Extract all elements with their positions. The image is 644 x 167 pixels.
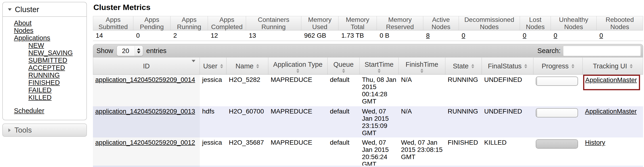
sidebar-link-state-finished[interactable]: FINISHED bbox=[28, 79, 60, 86]
progress-bar-fill bbox=[536, 77, 537, 85]
progress-bar-fill bbox=[536, 140, 578, 148]
application-id-link[interactable]: application_1420450259209_0012 bbox=[95, 139, 195, 146]
sidebar-link-state-killed[interactable]: KILLED bbox=[28, 94, 52, 101]
search-control: Search: bbox=[537, 46, 640, 56]
sort-icon bbox=[256, 64, 259, 68]
tracking-ui-link[interactable]: History bbox=[585, 139, 605, 146]
cluster-nav: About Nodes Applications NEW NEW_SAVING … bbox=[3, 17, 86, 120]
finalstatus-cell: KILLED bbox=[482, 137, 534, 165]
column-header-user[interactable]: User bbox=[200, 57, 226, 75]
metric-value-memory-total: 1.73 TB bbox=[338, 31, 377, 41]
state-cell: FINISHED bbox=[445, 137, 482, 165]
metric-header-memory-total: Memory Total bbox=[338, 16, 377, 31]
entries-label: entries bbox=[146, 47, 166, 55]
metric-header-decommissioned-nodes: Decommissioned Nodes bbox=[459, 16, 520, 31]
column-header-starttime[interactable]: StartTime bbox=[360, 57, 399, 75]
metric-link-active-nodes[interactable]: 8 bbox=[426, 32, 430, 39]
sidebar-link-nodes[interactable]: Nodes bbox=[14, 27, 34, 34]
application-id-link[interactable]: application_1420450259209_0014 bbox=[95, 76, 195, 83]
sidebar-link-state-new[interactable]: NEW bbox=[28, 42, 44, 49]
metric-link-unhealthy-nodes[interactable]: 0 bbox=[554, 32, 557, 39]
cluster-section-toggle[interactable]: Cluster bbox=[3, 2, 86, 17]
search-input[interactable] bbox=[564, 46, 640, 56]
annotation-highlight-box: ApplicationMaster bbox=[583, 75, 640, 90]
metric-value-containers-running: 13 bbox=[246, 31, 301, 41]
cluster-section-title: Cluster bbox=[15, 5, 39, 14]
tools-section-title: Tools bbox=[14, 126, 32, 134]
table-toolbar: Show 20 entries Search: bbox=[93, 44, 643, 57]
sidebar-link-state-running[interactable]: RUNNING bbox=[28, 72, 60, 79]
table-row: application_1420450259209_0013 hdfs H2O_… bbox=[93, 106, 643, 137]
metric-header-apps-pending: Apps Pending bbox=[133, 16, 170, 31]
entries-select[interactable]: 20 bbox=[117, 46, 143, 56]
sidebar-link-scheduler[interactable]: Scheduler bbox=[14, 107, 44, 114]
metric-header-lost-nodes: Lost Nodes bbox=[520, 16, 551, 31]
column-header-id[interactable]: ID bbox=[93, 57, 200, 75]
sidebar: Cluster About Nodes Applications NEW NEW… bbox=[2, 2, 87, 137]
collapse-arrow-icon bbox=[8, 8, 12, 11]
sidebar-link-about[interactable]: About bbox=[14, 20, 32, 27]
progress-cell bbox=[534, 106, 583, 137]
finishtime-cell: N/A bbox=[399, 75, 445, 106]
starttime-cell: Wed, 07 Jan 2015 23:15:09 GMT bbox=[360, 106, 399, 137]
table-row-partial bbox=[93, 165, 643, 167]
sidebar-link-state-accepted[interactable]: ACCEPTED bbox=[28, 64, 65, 71]
name-cell: H2O_35687 bbox=[226, 137, 268, 165]
metric-header-apps-completed: Apps Completed bbox=[208, 16, 246, 31]
tracking-ui-link[interactable]: ApplicationMaster bbox=[585, 76, 637, 84]
column-header-name[interactable]: Name bbox=[226, 57, 268, 75]
tracking-ui-cell: History bbox=[583, 137, 643, 165]
column-header-tracking-ui[interactable]: Tracking UI bbox=[583, 57, 643, 75]
column-header-finalstatus[interactable]: FinalStatus bbox=[482, 57, 534, 75]
sort-icon bbox=[342, 69, 345, 73]
progress-bar bbox=[536, 139, 578, 149]
cluster-metrics-value-row: 14 0 2 12 13 962 GB 1.73 TB 0 B 8 0 0 0 … bbox=[93, 31, 643, 41]
sidebar-link-state-failed[interactable]: FAILED bbox=[28, 87, 52, 94]
tracking-ui-link[interactable]: ApplicationMaster bbox=[585, 108, 637, 115]
page-title: Cluster Metrics bbox=[94, 3, 643, 12]
sidebar-link-state-submitted[interactable]: SUBMITTED bbox=[28, 57, 67, 64]
metric-header-apps-running: Apps Running bbox=[170, 16, 208, 31]
column-header-state[interactable]: State bbox=[445, 57, 482, 75]
table-row: application_1420450259209_0014 jessica H… bbox=[93, 75, 643, 106]
name-cell: H2O_5282 bbox=[226, 75, 268, 106]
column-header-application-type[interactable]: Application Type bbox=[268, 57, 328, 75]
sidebar-link-state-new-saving[interactable]: NEW_SAVING bbox=[28, 49, 73, 57]
metric-header-memory-used: Memory Used bbox=[301, 16, 338, 31]
application-id-link[interactable]: application_1420450259209_0013 bbox=[95, 108, 195, 115]
finishtime-cell: Wed, 07 Jan 2015 23:08:15 GMT bbox=[399, 137, 445, 165]
metric-header-containers-running: Containers Running bbox=[246, 16, 301, 31]
sort-icon bbox=[220, 64, 223, 68]
cluster-nav-box: Cluster About Nodes Applications NEW NEW… bbox=[2, 2, 87, 120]
queue-cell: default bbox=[328, 106, 360, 137]
user-cell: hdfs bbox=[200, 106, 226, 137]
metric-link-rebooted-nodes[interactable]: 0 bbox=[600, 32, 603, 39]
column-header-progress[interactable]: Progress bbox=[534, 57, 583, 75]
stepper-icon[interactable] bbox=[134, 46, 143, 56]
sidebar-link-applications[interactable]: Applications bbox=[14, 34, 50, 42]
column-header-queue[interactable]: Queue bbox=[328, 57, 360, 75]
sort-icon bbox=[524, 64, 527, 68]
progress-bar bbox=[536, 77, 578, 86]
application-type-cell: MAPREDUCE bbox=[268, 75, 328, 106]
entries-select-value: 20 bbox=[117, 46, 134, 56]
expand-arrow-icon bbox=[8, 128, 11, 132]
stepper-up-icon bbox=[137, 48, 140, 50]
tracking-ui-cell: ApplicationMaster bbox=[583, 75, 643, 106]
state-cell: RUNNING bbox=[445, 106, 482, 137]
metric-value-apps-pending: 0 bbox=[133, 31, 170, 41]
tools-section-toggle[interactable]: Tools bbox=[2, 123, 87, 137]
sort-icon bbox=[472, 64, 474, 68]
applications-table-body: application_1420450259209_0014 jessica H… bbox=[93, 75, 643, 167]
metric-value-apps-running: 2 bbox=[170, 31, 208, 41]
tracking-ui-cell: ApplicationMaster bbox=[583, 106, 643, 137]
table-row: application_1420450259209_0012 jessica H… bbox=[93, 137, 643, 165]
metric-link-lost-nodes[interactable]: 0 bbox=[523, 32, 526, 39]
show-label: Show bbox=[96, 47, 113, 55]
application-type-cell: MAPREDUCE bbox=[268, 106, 328, 137]
finalstatus-cell: UNDEFINED bbox=[482, 106, 534, 137]
column-header-finishtime[interactable]: FinishTime bbox=[399, 57, 445, 75]
metric-value-memory-reserved: 0 B bbox=[377, 31, 423, 41]
metric-header-memory-reserved: Memory Reserved bbox=[377, 16, 423, 31]
metric-link-decommissioned-nodes[interactable]: 0 bbox=[462, 32, 465, 39]
